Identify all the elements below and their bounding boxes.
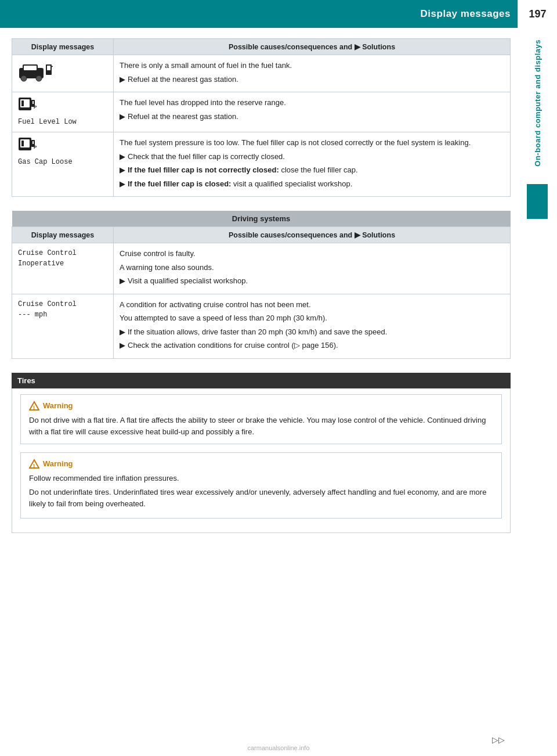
warning-2-text1: Follow recommended tire inflation pressu…: [29, 473, 493, 510]
fuel-car-icon: [18, 60, 53, 83]
cruise-row2-display: Cruise Control--- mph: [12, 294, 114, 358]
tires-container: ! Warning Do not drive with a flat tire.…: [12, 388, 511, 534]
side-tab-block: [527, 184, 548, 219]
svg-text:P: P: [34, 145, 37, 150]
fuel-col2-header: Possible causes/consequences and ▶ Solut…: [114, 39, 511, 55]
warning-1-text: Do not drive with a flat tire. A flat ti…: [29, 415, 493, 438]
fuel-row3-causes: The fuel system pressure is too low. The…: [114, 132, 511, 197]
warning-triangle-icon-2: !: [29, 459, 39, 469]
table-row: Cruise ControlInoperative Cruise control…: [12, 243, 511, 294]
fuel-row3-display: P Gas Cap Loose: [12, 132, 114, 197]
footer-symbol: ▷▷: [492, 735, 505, 744]
svg-rect-6: [47, 66, 50, 70]
cruise-row2-causes: A condition for activating cruise contro…: [114, 294, 511, 358]
svg-rect-17: [21, 141, 24, 146]
fuel-row2-display: P Fuel Level Low: [12, 92, 114, 132]
driving-systems-table: Driving systems Display messages Possibl…: [12, 211, 511, 359]
svg-point-4: [36, 75, 42, 81]
table-row: There is only a small amount of fuel in …: [12, 55, 511, 92]
warning-2-header: ! Warning: [29, 459, 493, 469]
fuel-table: Display messages Possible causes/consequ…: [12, 38, 511, 197]
svg-text:P: P: [34, 105, 37, 110]
warning-triangle-icon: !: [29, 401, 39, 411]
table-row: Cruise Control--- mph A condition for ac…: [12, 294, 511, 358]
header-bar: Display messages: [0, 0, 557, 28]
side-tab: On-board computer and displays: [518, 28, 557, 219]
svg-line-7: [52, 66, 53, 67]
svg-rect-2: [24, 66, 37, 70]
header-title: Display messages: [421, 8, 511, 20]
main-content: Display messages Possible causes/consequ…: [12, 28, 511, 533]
warning-2-label: Warning: [43, 459, 73, 468]
fuel-row1-display: [12, 55, 114, 92]
tires-header: Tires: [12, 373, 511, 388]
fuel-row2-causes: The fuel level has dropped into the rese…: [114, 92, 511, 132]
cruise-row1-display: Cruise ControlInoperative: [12, 243, 114, 294]
side-tab-text: On-board computer and displays: [529, 28, 547, 178]
table-row: P Gas Cap Loose The fuel system pressure…: [12, 132, 511, 197]
table-row: P Fuel Level Low The fuel level has drop…: [12, 92, 511, 132]
cruise-row1-causes: Cruise control is faulty. A warning tone…: [114, 243, 511, 294]
fuel-gauge-icon: P: [18, 97, 40, 114]
svg-point-3: [21, 75, 27, 81]
warning-1: ! Warning Do not drive with a flat tire.…: [20, 394, 502, 444]
fuel-col1-header: Display messages: [12, 39, 114, 55]
svg-text:!: !: [33, 462, 35, 468]
fuel-row1-causes: There is only a small amount of fuel in …: [114, 55, 511, 92]
driving-col2-header: Possible causes/consequences and ▶ Solut…: [114, 227, 511, 243]
warning-1-header: ! Warning: [29, 401, 493, 411]
warning-2: ! Warning Follow recommended tire inflat…: [20, 452, 502, 519]
watermark: carmanualsonline.info: [247, 744, 309, 751]
warning-1-label: Warning: [43, 401, 73, 410]
tires-section: Tires ! Warning Do not drive with a flat…: [12, 373, 511, 534]
svg-rect-13: [32, 101, 34, 104]
svg-text:!: !: [33, 404, 35, 410]
fuel-gauge-icon2: P: [18, 137, 40, 154]
svg-rect-11: [21, 100, 24, 106]
page-number: 197: [518, 0, 557, 28]
driving-col1-header: Display messages: [12, 227, 114, 243]
driving-systems-header: Driving systems: [12, 211, 511, 227]
svg-rect-19: [32, 141, 34, 144]
